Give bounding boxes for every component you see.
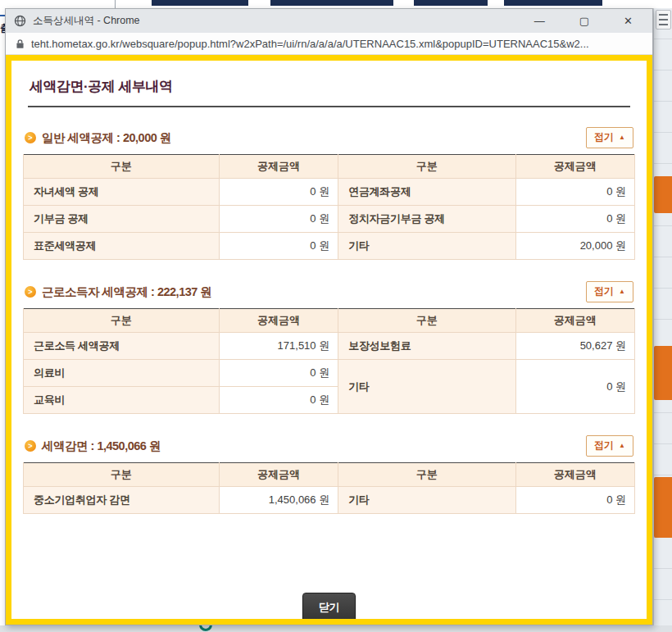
table-row: 의료비 0 원 기타 0 원 xyxy=(24,360,635,387)
column-header: 공제금액 xyxy=(219,155,338,179)
close-window-button[interactable]: ✕ xyxy=(624,9,633,33)
column-header: 구분 xyxy=(24,463,220,487)
section-bullet-icon: > xyxy=(25,440,36,452)
row-amount: 0 원 xyxy=(219,360,338,387)
clipped-text-fragment xyxy=(504,0,602,6)
table-row: 표준세액공제 0 원 기타 20,000 원 xyxy=(24,233,635,260)
background-page-top-sliver xyxy=(0,0,672,8)
minimize-button[interactable]: — xyxy=(534,9,545,33)
collapse-label: 접기 xyxy=(594,130,614,144)
row-amount: 0 원 xyxy=(219,179,338,206)
yellow-highlight-frame: 세액감면·공제 세부내역 > 일반 세액공제 : 20,000 원 접기 ▲ xyxy=(6,55,652,625)
table-row: 근로소득 세액공제 171,510 원 보장성보험료 50,627 원 xyxy=(24,333,635,360)
row-amount: 0 원 xyxy=(515,179,634,206)
row-amount: 0 원 xyxy=(219,387,338,414)
row-label: 기부금 공제 xyxy=(24,206,220,233)
row-label: 기타 xyxy=(338,487,515,514)
table-row: 자녀세액 공제 0 원 연금계좌공제 0 원 xyxy=(24,179,635,206)
row-label: 정치자금기부금 공제 xyxy=(338,206,515,233)
close-dialog-button[interactable]: 닫기 xyxy=(302,593,356,623)
collapse-button[interactable]: 접기 ▲ xyxy=(586,127,633,148)
collapse-label: 접기 xyxy=(594,439,614,452)
row-amount: 20,000 원 xyxy=(515,233,634,260)
background-page-right-sliver xyxy=(653,8,672,625)
clipped-text-fragment xyxy=(270,0,393,6)
row-amount: 1,450,066 원 xyxy=(219,487,338,514)
row-amount: 0 원 xyxy=(219,233,338,260)
url-text: teht.hometax.go.kr/websquare/popup.html?… xyxy=(31,38,589,50)
row-label: 표준세액공제 xyxy=(24,233,220,260)
background-orange-button xyxy=(654,176,672,213)
row-label: 근로소득 세액공제 xyxy=(24,333,220,360)
column-header: 구분 xyxy=(338,155,515,179)
background-page-bottom-sliver xyxy=(0,625,672,632)
column-header: 공제금액 xyxy=(515,463,634,487)
deduction-table: 구분 공제금액 구분 공제금액 중소기업취업자 감면 1,450,066 원 기… xyxy=(23,462,635,514)
column-header: 구분 xyxy=(338,309,515,333)
column-header: 구분 xyxy=(24,155,220,179)
section-title: 일반 세액공제 : 20,000 원 xyxy=(42,130,171,146)
collapse-label: 접기 xyxy=(594,284,614,298)
background-orange-button xyxy=(654,477,672,538)
background-divider xyxy=(115,0,116,8)
deduction-table: 구분 공제금액 구분 공제금액 자녀세액 공제 0 원 연금계좌공제 0 원 xyxy=(23,154,635,260)
row-label: 중소기업취업자 감면 xyxy=(24,487,220,514)
maximize-button[interactable]: ▢ xyxy=(579,9,589,33)
section-bullet-icon: > xyxy=(25,286,36,298)
section-bullet-icon: > xyxy=(25,132,36,143)
title-divider xyxy=(28,106,630,107)
table-row: 기부금 공제 0 원 정치자금기부금 공제 0 원 xyxy=(24,206,635,233)
url-bar[interactable]: teht.hometax.go.kr/websquare/popup.html?… xyxy=(6,33,652,55)
row-label: 의료비 xyxy=(24,360,220,387)
column-header: 구분 xyxy=(24,309,220,333)
triangle-up-icon: ▲ xyxy=(619,288,625,295)
row-label: 연금계좌공제 xyxy=(338,179,515,206)
section-earned-income-tax-credit: > 근로소득자 세액공제 : 222,137 원 접기 ▲ 구분 공제금액 xyxy=(23,281,635,414)
background-orange-button xyxy=(654,346,672,400)
section-title: 세액감면 : 1,450,066 원 xyxy=(42,439,161,454)
column-header: 공제금액 xyxy=(219,463,338,487)
column-header: 공제금액 xyxy=(219,309,338,333)
collapse-button[interactable]: 접기 ▲ xyxy=(586,281,633,302)
row-amount: 171,510 원 xyxy=(219,333,338,360)
clipped-text-fragment xyxy=(152,0,248,6)
section-general-tax-credit: > 일반 세액공제 : 20,000 원 접기 ▲ 구분 공제금액 xyxy=(23,127,635,260)
background-teal-arc-icon xyxy=(199,625,212,631)
globe-icon xyxy=(14,15,26,27)
triangle-up-icon: ▲ xyxy=(619,134,625,141)
column-header: 공제금액 xyxy=(515,309,634,333)
row-amount: 0 원 xyxy=(515,206,634,233)
popup-content: 세액감면·공제 세부내역 > 일반 세액공제 : 20,000 원 접기 ▲ xyxy=(11,61,647,623)
collapse-button[interactable]: 접기 ▲ xyxy=(586,435,633,457)
row-amount: 50,627 원 xyxy=(515,333,634,360)
section-tax-reduction: > 세액감면 : 1,450,066 원 접기 ▲ 구분 공제금액 xyxy=(23,435,635,514)
column-header: 공제금액 xyxy=(515,155,634,179)
row-label: 기타 xyxy=(338,360,515,414)
background-menu-icon xyxy=(656,10,671,30)
row-amount: 0 원 xyxy=(515,360,634,414)
screen: 출 소득상세내역 - Chrome — ▢ ✕ xyxy=(0,0,672,632)
row-label: 기타 xyxy=(338,233,515,260)
column-header: 구분 xyxy=(338,463,515,487)
clipped-text-fragment xyxy=(414,0,488,6)
row-label: 보장성보험료 xyxy=(338,333,515,360)
table-row: 중소기업취업자 감면 1,450,066 원 기타 0 원 xyxy=(24,487,635,514)
row-label: 교육비 xyxy=(24,387,220,414)
row-label: 자녀세액 공제 xyxy=(24,179,220,206)
window-title-bar[interactable]: 소득상세내역 - Chrome — ▢ ✕ xyxy=(6,9,652,33)
triangle-up-icon: ▲ xyxy=(619,442,625,449)
section-title: 근로소득자 세액공제 : 222,137 원 xyxy=(42,284,211,300)
chrome-popup-window: 소득상세내역 - Chrome — ▢ ✕ teht.hometax.go.kr… xyxy=(5,8,653,625)
row-amount: 0 원 xyxy=(515,487,634,514)
row-amount: 0 원 xyxy=(219,206,338,233)
page-title: 세액감면·공제 세부내역 xyxy=(30,77,629,96)
window-title: 소득상세내역 - Chrome xyxy=(33,14,534,28)
lock-icon xyxy=(16,39,25,49)
deduction-table: 구분 공제금액 구분 공제금액 근로소득 세액공제 171,510 원 보장성보… xyxy=(23,308,635,414)
